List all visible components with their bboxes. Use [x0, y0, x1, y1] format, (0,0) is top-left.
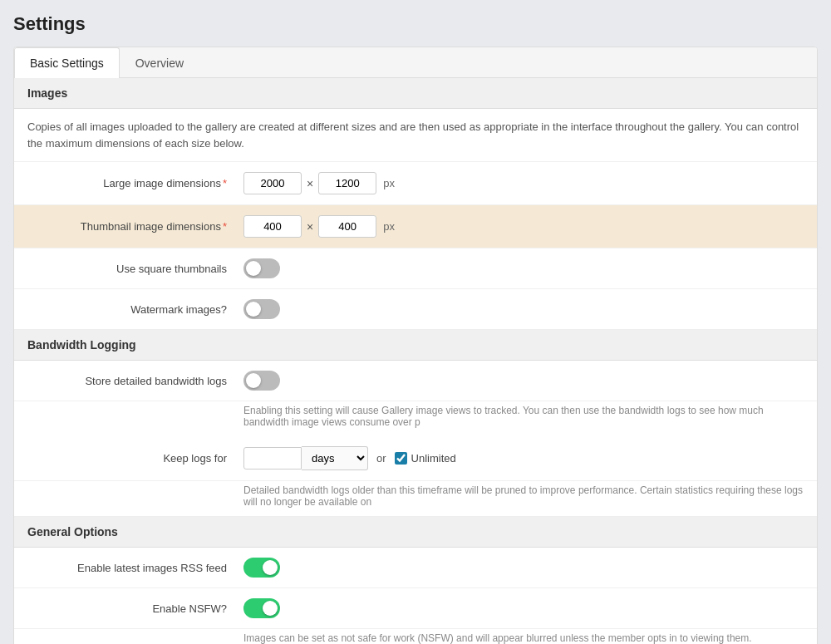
rss-feed-control — [243, 558, 804, 578]
nsfw-help: Images can be set as not safe for work (… — [14, 629, 817, 644]
unlimited-label: Unlimited — [411, 452, 456, 465]
watermark-row: Watermark images? — [14, 289, 817, 329]
square-thumbnails-label: Use square thumbnails — [27, 263, 243, 275]
thumbnail-image-controls: × px — [243, 215, 804, 238]
rss-feed-row: Enable latest images RSS feed — [14, 548, 817, 588]
keep-logs-control: days weeks months or Unlimited — [243, 446, 804, 470]
square-thumbnails-control — [243, 258, 804, 278]
large-image-label: Large image dimensions* — [27, 177, 243, 189]
unlimited-checkbox[interactable] — [395, 452, 407, 465]
rss-feed-slider — [243, 558, 280, 578]
large-image-width-input[interactable] — [243, 172, 302, 194]
general-section-header: General Options — [14, 517, 817, 548]
nsfw-row: Enable NSFW? — [14, 588, 817, 629]
images-description-text: Copies of all images uploaded to the gal… — [27, 119, 804, 151]
store-logs-help: Enabling this setting will cause Gallery… — [14, 401, 817, 436]
thumbnail-image-label: Thumbnail image dimensions* — [27, 220, 243, 233]
bandwidth-section-header: Bandwidth Logging — [14, 330, 817, 361]
unlimited-wrapper: Unlimited — [395, 452, 456, 465]
tabs-container: Basic Settings Overview — [14, 47, 817, 78]
bandwidth-section: Bandwidth Logging Store detailed bandwid… — [14, 330, 817, 517]
tab-overview[interactable]: Overview — [120, 47, 199, 78]
nsfw-label: Enable NSFW? — [27, 602, 243, 615]
large-image-row: Large image dimensions* × px — [14, 162, 817, 205]
nsfw-control — [243, 598, 804, 618]
images-description-row: Copies of all images uploaded to the gal… — [14, 109, 817, 162]
large-image-sep: × — [307, 177, 313, 190]
thumbnail-sep: × — [307, 220, 313, 234]
keep-logs-label: Keep logs for — [27, 452, 243, 465]
watermark-slider — [243, 299, 280, 319]
required-star: * — [223, 177, 227, 189]
store-logs-row: Store detailed bandwidth logs — [14, 361, 817, 401]
watermark-toggle[interactable] — [243, 299, 280, 319]
store-logs-slider — [243, 371, 280, 391]
images-section-header: Images — [14, 78, 817, 109]
thumbnail-unit: px — [383, 220, 395, 233]
large-image-unit: px — [383, 177, 395, 189]
nsfw-toggle[interactable] — [243, 598, 280, 618]
store-logs-control — [243, 371, 804, 391]
thumbnail-image-row: Thumbnail image dimensions* × px — [14, 205, 817, 248]
page-title: Settings — [13, 13, 818, 35]
thumbnail-height-input[interactable] — [318, 215, 376, 238]
rss-feed-toggle[interactable] — [243, 558, 280, 578]
store-logs-toggle[interactable] — [243, 371, 280, 391]
square-thumbnails-toggle[interactable] — [243, 258, 280, 278]
large-image-controls: × px — [243, 172, 804, 194]
watermark-label: Watermark images? — [27, 303, 243, 316]
store-logs-label: Store detailed bandwidth logs — [27, 375, 243, 387]
large-image-height-input[interactable] — [318, 172, 376, 194]
rss-feed-label: Enable latest images RSS feed — [27, 562, 243, 574]
settings-card: Basic Settings Overview Images Copies of… — [13, 47, 818, 644]
general-section: General Options Enable latest images RSS… — [14, 517, 817, 644]
required-star-thumb: * — [223, 220, 227, 233]
square-thumbnails-row: Use square thumbnails — [14, 248, 817, 289]
or-text: or — [376, 452, 386, 465]
tab-basic-settings[interactable]: Basic Settings — [14, 47, 120, 78]
keep-logs-value-input[interactable] — [243, 447, 302, 469]
keep-logs-unit-select[interactable]: days weeks months — [302, 446, 368, 470]
keep-logs-row: Keep logs for days weeks months or Unlim… — [14, 436, 817, 481]
images-section: Images Copies of all images uploaded to … — [14, 78, 817, 330]
square-thumbnails-slider — [243, 258, 280, 278]
keep-logs-help: Detailed bandwidth logs older than this … — [14, 481, 817, 516]
thumbnail-width-input[interactable] — [243, 215, 302, 238]
watermark-control — [243, 299, 804, 319]
nsfw-slider — [243, 598, 280, 618]
